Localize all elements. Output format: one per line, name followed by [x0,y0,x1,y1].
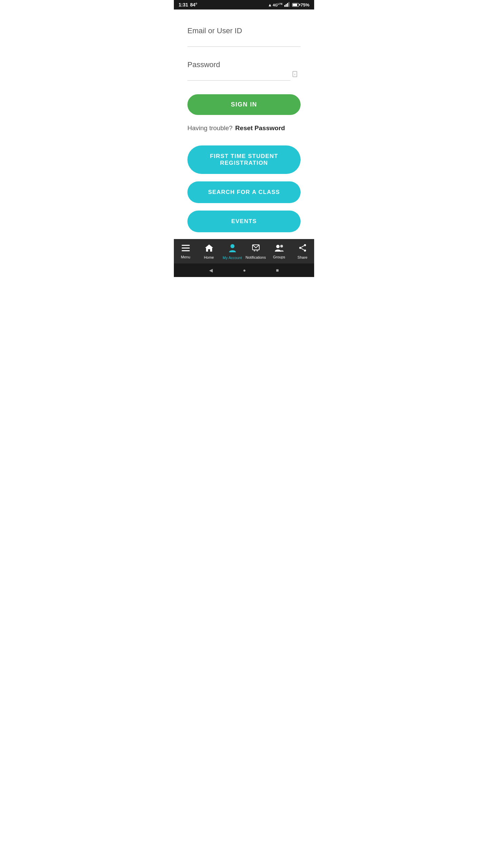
nav-item-groups[interactable]: Groups [267,244,291,259]
trouble-text: Having trouble? [187,124,232,132]
signal-icon [284,2,290,8]
battery-icon [292,3,299,7]
svg-rect-2 [287,3,288,7]
temperature-display: 84° [190,2,197,7]
battery-percent: 75% [301,2,309,7]
status-bar: 1:31 84° ▴ 4GLTE 75% [174,0,314,9]
nav-label-share: Share [298,255,307,259]
svg-marker-9 [205,244,213,252]
svg-rect-3 [288,2,289,7]
svg-point-14 [276,245,280,248]
sign-in-button[interactable]: SIGN IN [187,94,301,115]
svg-rect-1 [286,4,287,7]
svg-rect-8 [182,250,190,251]
reset-password-link[interactable]: Reset Password [235,124,285,132]
menu-icon [182,244,190,254]
groups-icon [274,244,284,254]
share-icon [299,244,307,254]
nav-item-home[interactable]: Home [197,244,221,259]
nav-item-share[interactable]: Share [291,244,314,259]
svg-line-20 [301,249,304,250]
notifications-icon [251,244,260,254]
events-button[interactable]: EVENTS [187,211,301,232]
home-button[interactable]: ● [243,268,246,273]
nav-item-notifications[interactable]: Notifications [244,244,267,259]
password-toggle-icon[interactable] [291,71,299,80]
login-form-area: Email or User ID Password SIGN IN Having… [174,9,314,239]
svg-point-18 [304,250,306,252]
svg-point-10 [230,244,235,248]
svg-point-15 [280,245,283,248]
nav-label-groups: Groups [273,255,285,259]
email-input-wrapper [187,35,301,47]
email-input[interactable] [187,35,301,47]
nav-label-home: Home [204,255,214,259]
registration-button[interactable]: FIRST TIME STUDENT REGISTRATION [187,145,301,174]
svg-rect-7 [182,248,190,249]
nav-label-my-account: My Account [223,256,242,260]
password-input-wrapper [187,69,301,81]
trouble-row: Having trouble? Reset Password [187,124,301,132]
password-label: Password [187,60,220,69]
svg-point-16 [304,244,306,246]
recent-button[interactable]: ■ [276,268,279,273]
bottom-nav: Menu Home My Account No [174,239,314,263]
nav-item-menu[interactable]: Menu [174,244,197,259]
nav-label-notifications: Notifications [246,255,266,259]
password-field-section: Password [187,60,301,94]
wifi-icon: ▴ [269,2,271,7]
person-icon [228,243,237,254]
back-button[interactable]: ◀ [209,268,213,273]
svg-point-17 [299,247,301,249]
password-input[interactable] [187,69,290,81]
svg-line-19 [301,246,304,248]
svg-rect-6 [182,245,190,246]
home-icon [205,244,214,254]
email-field-section: Email or User ID [187,26,301,60]
network-type: 4GLTE [273,2,283,7]
svg-rect-0 [284,5,285,7]
nav-label-menu: Menu [181,255,190,259]
time-display: 1:31 [179,2,188,7]
nav-item-my-account[interactable]: My Account [221,243,244,260]
android-nav-bar: ◀ ● ■ [174,263,314,277]
search-class-button[interactable]: SEARCH FOR A CLASS [187,181,301,203]
email-label: Email or User ID [187,26,242,35]
